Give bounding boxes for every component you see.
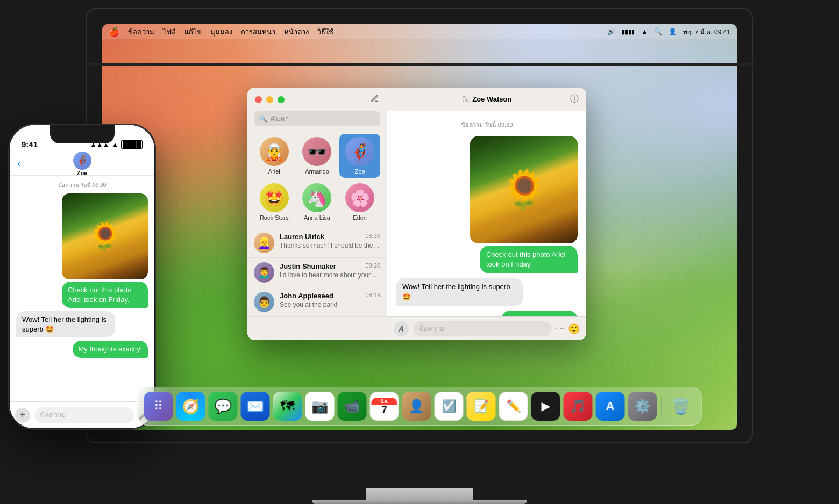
iphone-contact-info[interactable]: 🦸‍♀️ Zoe [73, 152, 91, 176]
iphone-date-label: ข้อความ วันนี้ 09:30 [16, 181, 148, 189]
conv-name-john: John Appleseed [280, 292, 333, 300]
conversation-john[interactable]: 👨 John Appleseed 08:19 See you at the pa… [247, 287, 387, 317]
search-icon: 🔍 [259, 115, 267, 123]
received-message-1: Wow! Tell her the lighting is superb 🤩 [396, 278, 523, 306]
chat-header: ถึง: Zoe Watson ⓘ [387, 88, 586, 111]
window-titlebar [247, 88, 387, 111]
dock-item-trash[interactable]: 🗑️ [666, 392, 695, 421]
dock-item-safari[interactable]: 🧭 [176, 392, 205, 421]
calendar-header: มี.ค. [372, 398, 397, 405]
dock-item-freeform[interactable]: ✏️ [499, 392, 528, 421]
conv-preview-justin: I'd love to hear more about your project… [280, 271, 380, 279]
dock-item-contacts[interactable]: 👤 [402, 392, 431, 421]
app-name-menu[interactable]: ข้อความ [128, 26, 154, 38]
iphone-nav-bar: ‹ 🦸‍♀️ Zoe [10, 152, 154, 176]
iphone: 9:41 ▲▲▲ ▲ ████ ‹ 🦸‍♀️ Zoe ข้อความ วันนี [8, 124, 156, 430]
dock-item-mail[interactable]: ✉️ [241, 392, 270, 421]
music-icon: 🎵 [570, 399, 586, 414]
help-menu[interactable]: วิธีใช้ [317, 26, 333, 38]
pinned-avatar-ariel: 🧝 [260, 137, 289, 166]
dock-item-appletv[interactable]: ▶ [531, 392, 560, 421]
user-icon[interactable]: 👤 [669, 28, 677, 35]
sent-photo-caption: Check out this photo Ariel took on Frida… [480, 246, 578, 273]
pinned-item-rockstars[interactable]: 🤩 Rock Stars [254, 180, 295, 224]
pinned-name-armando: Armando [305, 168, 329, 175]
dock-item-settings[interactable]: ⚙️ [628, 392, 657, 421]
pinned-name-ariel: Ariel [268, 168, 280, 175]
iphone-sent-caption: Check out this photo Ariel took on Frida… [62, 282, 148, 308]
iphone-input-field[interactable]: ข้อความ [34, 407, 134, 423]
dock-item-calendar[interactable]: มี.ค. 7 [370, 392, 399, 421]
iphone-chat-messages: ข้อความ วันนี้ 09:30 🌻 Check out this ph… [10, 176, 154, 401]
photo-bubble: 🌻 [470, 136, 578, 243]
dock-item-photos[interactable]: 📷 [305, 392, 335, 421]
pinned-item-zoe[interactable]: 🦸‍♀️ Zoe [339, 134, 380, 178]
pinned-item-annalisa[interactable]: 🦄 Anna Lisa [297, 180, 338, 224]
emoji-button[interactable]: 🙂 [568, 323, 580, 335]
pinned-name-annalisa: Anna Lisa [304, 214, 330, 221]
chat-input-field[interactable]: ข้อความ [413, 321, 552, 336]
maximize-button[interactable] [278, 96, 285, 103]
compose-button[interactable] [371, 94, 379, 105]
apps-button[interactable]: A [394, 321, 409, 336]
file-menu[interactable]: ไฟล์ [163, 26, 176, 38]
macbook: 🍎 ข้อความ ไฟล์ แก้ไข มุมมอง การสนทนา หน้… [65, 0, 774, 504]
messages-window: 🔍 ค้นหา 🧝 Ariel 🕶️ Armando [247, 88, 586, 340]
pinned-avatar-eden: 🌸 [345, 183, 374, 212]
dock-item-music[interactable]: 🎵 [564, 392, 593, 421]
conversation-menu[interactable]: การสนทนา [241, 26, 275, 38]
chat-info-button[interactable]: ⓘ [570, 93, 579, 105]
pinned-item-armando[interactable]: 🕶️ Armando [297, 134, 338, 178]
dock-item-notes[interactable]: 📝 [467, 392, 496, 421]
iphone-messages: ‹ 🦸‍♀️ Zoe ข้อความ วันนี้ 09:30 🌻 Check … [10, 152, 154, 428]
conv-name-justin: Justin Shumaker [280, 262, 336, 270]
chat-date-label: ข้อความ วันนี้ 09:30 [396, 120, 578, 129]
facetime-icon: 📹 [344, 399, 360, 414]
dock-item-maps[interactable]: 🗺 [273, 392, 302, 421]
iphone-back-button[interactable]: ‹ [17, 158, 20, 169]
pinned-item-ariel[interactable]: 🧝 Ariel [254, 134, 295, 178]
conversation-lauren[interactable]: 👱‍♀️ Lauren Ulrick 08:30 Thanks so much!… [247, 228, 387, 258]
conversation-list: 👱‍♀️ Lauren Ulrick 08:30 Thanks so much!… [247, 228, 387, 340]
minimize-button[interactable] [266, 96, 273, 103]
battery-icon: ▮▮▮▮ [622, 28, 635, 35]
freeform-icon: ✏️ [506, 399, 521, 413]
search-bar[interactable]: 🔍 ค้นหา [254, 111, 380, 126]
apple-menu[interactable]: 🍎 [109, 27, 119, 37]
pinned-avatar-annalisa: 🦄 [302, 183, 331, 212]
iphone-contact-name: Zoe [77, 170, 88, 176]
search-icon[interactable]: 🔍 [654, 28, 662, 35]
wifi-icon[interactable]: ▲ [641, 28, 648, 35]
volume-icon[interactable]: 🔊 [607, 28, 615, 35]
dock-separator [662, 395, 662, 417]
window-menu[interactable]: หน้าต่าง [284, 26, 309, 38]
dock-item-launchpad[interactable]: ⠿ [144, 392, 173, 421]
conv-avatar-john: 👨 [254, 292, 274, 312]
iphone-received-1: Wow! Tell her the lighting is superb 🤩 [16, 311, 115, 337]
conv-preview-lauren: Thanks so much! I should be there by 9:0… [280, 242, 380, 249]
dock-item-messages[interactable]: 💬 [209, 392, 238, 421]
conversation-justin[interactable]: 👨‍🦱 Justin Shumaker 08:20 I'd love to he… [247, 258, 387, 287]
dock-item-reminders[interactable]: ☑️ [435, 392, 464, 421]
chat-input-area: A ข้อความ 〰 🙂 [387, 316, 586, 340]
iphone-photo-container: 🌻 Check out this photo Ariel took on Fri… [62, 193, 148, 308]
close-button[interactable] [255, 96, 262, 103]
pinned-item-eden[interactable]: 🌸 Eden [339, 180, 380, 224]
photo-message-container: 🌻 Check out this photo Ariel took on Fri… [438, 136, 578, 273]
macbook-screen: 🍎 ข้อความ ไฟล์ แก้ไข มุมมอง การสนทนา หน้… [102, 24, 737, 430]
dock-item-facetime[interactable]: 📹 [338, 392, 367, 421]
appletv-icon: ▶ [541, 399, 550, 413]
edit-menu[interactable]: แก้ไข [184, 26, 202, 38]
pinned-contacts: 🧝 Ariel 🕶️ Armando 🦸‍♀️ Zoe 🤩 [247, 132, 387, 228]
macbook-bezel: 🍎 ข้อความ ไฟล์ แก้ไข มุมมอง การสนทนา หน้… [86, 8, 753, 443]
pinned-avatar-rockstars: 🤩 [260, 183, 289, 212]
view-menu[interactable]: มุมมอง [210, 26, 232, 38]
contacts-icon: 👤 [409, 399, 425, 414]
conv-time-john: 08:19 [365, 292, 380, 300]
audio-input-icon[interactable]: 〰 [556, 325, 564, 333]
dock-item-appstore[interactable]: A [596, 392, 625, 421]
iphone-add-button[interactable]: + [15, 408, 30, 423]
calendar-date: 7 [381, 405, 387, 415]
date-time: พฤ. 7 มี.ค. 09:41 [683, 27, 730, 37]
macbook-hinge [86, 63, 753, 66]
